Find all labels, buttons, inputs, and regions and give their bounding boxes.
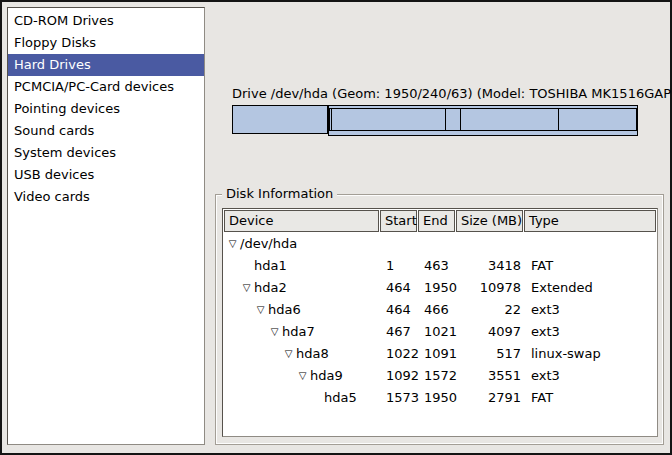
type-cell — [525, 233, 657, 255]
column-header-start[interactable]: Start — [380, 210, 417, 232]
column-header-type[interactable]: Type — [524, 210, 656, 232]
end-cell: 1572 — [419, 365, 457, 387]
table-row-hda6[interactable]: ▽hda646446622ext3 — [223, 299, 657, 321]
partition-segment-hda8 — [445, 109, 459, 130]
disk-information-table: Device Start End Size (MB) Type ▽/dev/hd… — [222, 208, 658, 437]
sidebar-item-system-devices[interactable]: System devices — [8, 142, 204, 164]
tree-indent — [225, 310, 253, 311]
device-label: hda7 — [282, 321, 315, 343]
table-row-hda8[interactable]: ▽hda810221091517linux-swap — [223, 343, 657, 365]
table-header-row: Device Start End Size (MB) Type — [223, 209, 657, 233]
start-cell — [381, 233, 419, 255]
table-row-hda7[interactable]: ▽hda746710214097ext3 — [223, 321, 657, 343]
table-row-hda9[interactable]: ▽hda9109215723551ext3 — [223, 365, 657, 387]
table-row-hda2[interactable]: ▽hda2464195010978Extended — [223, 277, 657, 299]
start-cell: 1573 — [381, 387, 419, 409]
partition-bar — [232, 105, 638, 136]
device-label: /dev/hda — [240, 233, 297, 255]
partition-segment-hda5 — [558, 109, 636, 130]
end-cell: 1950 — [419, 277, 457, 299]
device-label: hda6 — [268, 299, 301, 321]
sidebar-item-usb-devices[interactable]: USB devices — [8, 164, 204, 186]
sidebar-item-sound-cards[interactable]: Sound cards — [8, 120, 204, 142]
expander-icon[interactable]: ▽ — [239, 277, 254, 299]
start-cell: 467 — [381, 321, 419, 343]
size-cell: 517 — [457, 343, 525, 365]
end-cell: 1950 — [419, 387, 457, 409]
start-cell: 1022 — [381, 343, 419, 365]
tree-indent — [225, 398, 309, 399]
device-cell: ▽/dev/hda — [223, 233, 381, 255]
size-cell: 3551 — [457, 365, 525, 387]
expander-icon[interactable]: ▽ — [267, 321, 282, 343]
device-cell: ▽hda8 — [223, 343, 381, 365]
end-cell — [419, 233, 457, 255]
device-cell: hda1 — [223, 255, 381, 277]
hardware-browser-window: CD-ROM DrivesFloppy DisksHard DrivesPCMC… — [0, 0, 672, 455]
sidebar-item-cd-rom-drives[interactable]: CD-ROM Drives — [8, 10, 204, 32]
expander-icon[interactable]: ▽ — [295, 365, 310, 387]
partition-segment-hda7 — [331, 109, 445, 130]
partition-segment-hda2 — [328, 105, 638, 136]
sidebar-item-pcmcia-pc-card-devices[interactable]: PCMCIA/PC-Card devices — [8, 76, 204, 98]
device-cell: ▽hda6 — [223, 299, 381, 321]
drive-geometry-label: Drive /dev/hda (Geom: 1950/240/63) (Mode… — [232, 86, 638, 101]
tree-indent — [225, 288, 239, 289]
sidebar-item-floppy-disks[interactable]: Floppy Disks — [8, 32, 204, 54]
device-cell: ▽hda2 — [223, 277, 381, 299]
size-cell: 10978 — [457, 277, 525, 299]
tree-indent — [225, 376, 295, 377]
disk-information-frame-label: Disk Information — [222, 186, 337, 202]
device-label: hda8 — [296, 343, 329, 365]
start-cell: 464 — [381, 299, 419, 321]
table-row-hda1[interactable]: hda114633418FAT — [223, 255, 657, 277]
end-cell: 1021 — [419, 321, 457, 343]
tree-indent — [225, 266, 239, 267]
tree-indent — [225, 332, 267, 333]
type-cell: Extended — [525, 277, 657, 299]
device-cell: ▽hda7 — [223, 321, 381, 343]
logical-partitions-bar — [329, 108, 637, 131]
start-cell: 464 — [381, 277, 419, 299]
size-cell: 4097 — [457, 321, 525, 343]
expander-icon[interactable]: ▽ — [225, 233, 240, 255]
sidebar-item-hard-drives[interactable]: Hard Drives — [8, 54, 204, 76]
disk-information-groupbox: Disk Information Device Start End Size (… — [215, 194, 664, 445]
table-row-hda5[interactable]: hda5157319502791FAT — [223, 387, 657, 409]
type-cell: ext3 — [525, 299, 657, 321]
start-cell: 1092 — [381, 365, 419, 387]
size-cell — [457, 233, 525, 255]
end-cell: 463 — [419, 255, 457, 277]
column-header-end[interactable]: End — [418, 210, 455, 232]
column-header-size[interactable]: Size (MB) — [456, 210, 523, 232]
end-cell: 1091 — [419, 343, 457, 365]
device-category-list[interactable]: CD-ROM DrivesFloppy DisksHard DrivesPCMC… — [7, 7, 205, 445]
column-header-device[interactable]: Device — [224, 210, 379, 232]
device-label: hda5 — [324, 387, 357, 409]
type-cell: linux-swap — [525, 343, 657, 365]
device-label: hda2 — [254, 277, 287, 299]
disk-table-body: ▽/dev/hdahda114633418FAT▽hda246419501097… — [223, 233, 657, 409]
table-row-dev-hda[interactable]: ▽/dev/hda — [223, 233, 657, 255]
expander-icon[interactable]: ▽ — [281, 343, 296, 365]
start-cell: 1 — [381, 255, 419, 277]
device-cell: hda5 — [223, 387, 381, 409]
type-cell: ext3 — [525, 321, 657, 343]
tree-indent — [225, 354, 281, 355]
size-cell: 3418 — [457, 255, 525, 277]
type-cell: ext3 — [525, 365, 657, 387]
size-cell: 2791 — [457, 387, 525, 409]
partition-segment-hda9 — [460, 109, 559, 130]
expander-icon[interactable]: ▽ — [253, 299, 268, 321]
device-label: hda1 — [254, 255, 287, 277]
sidebar-item-video-cards[interactable]: Video cards — [8, 186, 204, 208]
device-cell: ▽hda9 — [223, 365, 381, 387]
size-cell: 22 — [457, 299, 525, 321]
type-cell: FAT — [525, 255, 657, 277]
sidebar-item-pointing-devices[interactable]: Pointing devices — [8, 98, 204, 120]
end-cell: 466 — [419, 299, 457, 321]
device-label: hda9 — [310, 365, 343, 387]
partition-segment-hda1 — [232, 105, 328, 134]
type-cell: FAT — [525, 387, 657, 409]
